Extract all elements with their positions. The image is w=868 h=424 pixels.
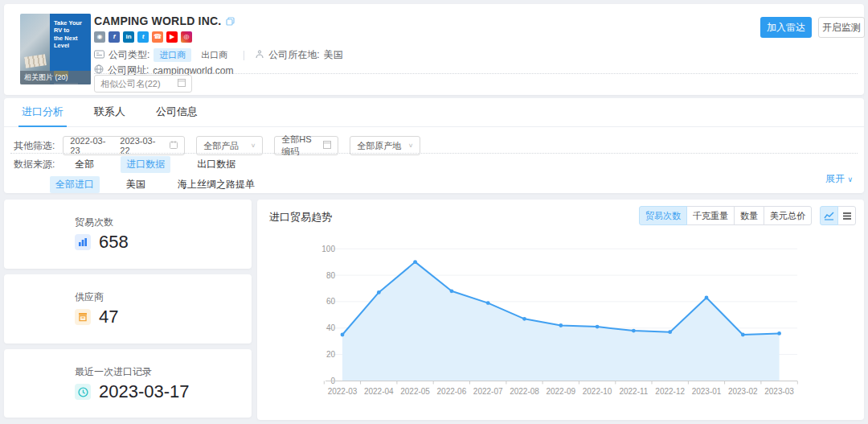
svg-text:2023-03: 2023-03	[764, 387, 794, 396]
svg-text:2022-08: 2022-08	[510, 387, 539, 396]
trade-count-value: 658	[99, 232, 129, 253]
source-option-usa[interactable]: 美国	[121, 176, 151, 193]
chart-title: 进口贸易趋势	[269, 210, 332, 224]
join-radar-button[interactable]: 加入雷达	[760, 17, 812, 38]
twitter-icon[interactable]: t	[137, 31, 149, 43]
line-chart-view-icon[interactable]	[820, 206, 838, 225]
source-option-export-data[interactable]: 出口数据	[191, 156, 241, 173]
data-source-row2: 全部进口 美国 海上丝绸之路提单	[50, 176, 281, 193]
tabs-filters-card: 进口分析 联系人 公司信息 其他筛选: 2022-03-23 2023-03-2…	[4, 98, 864, 193]
company-header-card: Take Your RV to the Next Level 相关图片 (20)…	[4, 4, 864, 95]
svg-text:60: 60	[326, 297, 336, 306]
svg-text:2022-10: 2022-10	[583, 387, 612, 396]
clock-icon	[75, 384, 91, 400]
id-card-icon	[94, 50, 104, 61]
suppliers-value: 47	[99, 307, 118, 327]
source-option-maritime-silk-road[interactable]: 海上丝绸之路提单	[172, 176, 260, 193]
svg-text:2022-07: 2022-07	[473, 387, 503, 396]
company-type-row: 公司类型: 进口商 出口商 公司所在地: 美国	[94, 48, 343, 62]
window-icon	[178, 79, 186, 89]
start-monitor-button[interactable]: 开启监测	[818, 17, 865, 38]
copy-icon[interactable]	[226, 15, 235, 28]
svg-text:2022-09: 2022-09	[546, 387, 575, 396]
view-toggle-group	[820, 206, 856, 225]
importer-tag: 进口商	[154, 48, 191, 62]
vertical-divider	[244, 51, 244, 60]
metric-usd-total-button[interactable]: 美元总价	[764, 206, 812, 225]
svg-text:2022-06: 2022-06	[437, 387, 467, 396]
suppliers-label: 供应商	[75, 290, 104, 304]
latest-import-label: 最近一次进口记录	[75, 365, 152, 379]
metric-button-group: 贸易次数 千克重量 数量 美元总价	[639, 206, 812, 225]
phone-icon[interactable]: ☎	[152, 31, 163, 43]
other-filters-label: 其他筛选:	[14, 139, 55, 153]
company-thumbnail[interactable]: Take Your RV to the Next Level 相关图片 (20)	[20, 14, 91, 84]
svg-text:80: 80	[326, 271, 336, 280]
location-label: 公司所在地:	[268, 48, 319, 62]
metric-trade-count-button[interactable]: 贸易次数	[639, 206, 687, 225]
svg-text:2023-02: 2023-02	[728, 387, 758, 396]
related-images-overlay[interactable]: 相关图片 (20)	[20, 71, 91, 84]
chevron-down-icon: ∨	[408, 142, 414, 149]
source-option-all-import[interactable]: 全部进口	[50, 176, 100, 193]
window-icon	[323, 141, 331, 150]
org-icon	[255, 50, 264, 61]
calendar-icon	[170, 141, 178, 150]
source-option-all[interactable]: 全部	[69, 156, 100, 173]
thumbnail-ad-text-line1: Take Your RV to	[54, 19, 88, 35]
store-icon	[75, 309, 91, 325]
svg-text:2022-05: 2022-05	[400, 387, 430, 396]
svg-text:40: 40	[326, 323, 336, 332]
tab-contacts[interactable]: 联系人	[94, 98, 125, 127]
metric-quantity-button[interactable]: 数量	[734, 206, 764, 225]
suppliers-card: 供应商 47	[4, 274, 252, 344]
thumbnail-photo-detail	[24, 54, 47, 68]
svg-text:100: 100	[321, 245, 335, 253]
linkedin-icon[interactable]: in	[123, 31, 134, 43]
data-source-label: 数据来源:	[14, 158, 55, 171]
social-icons-row: ◉fint☎▶◎	[94, 31, 192, 43]
source-option-import-data[interactable]: 进口数据	[121, 156, 170, 173]
latest-import-card: 最近一次进口记录 2023-03-17	[4, 349, 252, 418]
chevron-down-icon: ∨	[847, 175, 853, 183]
import-trend-card: 进口贸易趋势 贸易次数 千克重量 数量 美元总价 020406080100202…	[257, 200, 864, 420]
location-value: 美国	[324, 48, 343, 62]
tab-company-info[interactable]: 公司信息	[156, 98, 198, 127]
trade-count-card: 贸易次数 658	[4, 200, 252, 269]
svg-text:2022-04: 2022-04	[364, 387, 394, 396]
instagram-icon[interactable]: ◎	[181, 31, 192, 43]
svg-text:2022-03: 2022-03	[328, 387, 358, 396]
trend-chart: 0204060801002022-032022-042022-052022-06…	[257, 230, 864, 419]
website-icon[interactable]: ◉	[94, 31, 105, 43]
svg-text:2022-11: 2022-11	[619, 387, 648, 396]
filter-dotted-divider	[10, 153, 858, 154]
exporter-tag: 出口商	[195, 48, 233, 62]
facebook-icon[interactable]: f	[108, 31, 120, 43]
table-view-icon[interactable]	[837, 206, 856, 225]
company-name: CAMPING WORLD INC.	[94, 14, 235, 28]
metric-kg-weight-button[interactable]: 千克重量	[686, 206, 735, 225]
tab-bar: 进口分析 联系人 公司信息	[4, 98, 864, 127]
chevron-down-icon: ∨	[251, 142, 256, 149]
youtube-icon[interactable]: ▶	[166, 31, 178, 43]
company-type-label: 公司类型:	[108, 48, 149, 62]
thumbnail-ad-text-line2: the Next Level	[54, 35, 88, 50]
header-dotted-divider	[94, 73, 858, 74]
svg-text:2022-12: 2022-12	[655, 387, 685, 396]
svg-text:20: 20	[326, 350, 336, 359]
latest-import-value: 2023-03-17	[99, 381, 190, 402]
similar-company-input[interactable]: 相似公司名(22)	[94, 75, 192, 93]
expand-link[interactable]: 展开 ∨	[825, 172, 853, 186]
trade-count-label: 贸易次数	[75, 216, 113, 229]
data-source-row1: 数据来源: 全部 进口数据 出口数据	[4, 156, 262, 173]
bar-chart-icon	[75, 234, 91, 250]
tab-import-analysis[interactable]: 进口分析	[22, 98, 63, 127]
svg-text:2023-01: 2023-01	[692, 387, 722, 396]
